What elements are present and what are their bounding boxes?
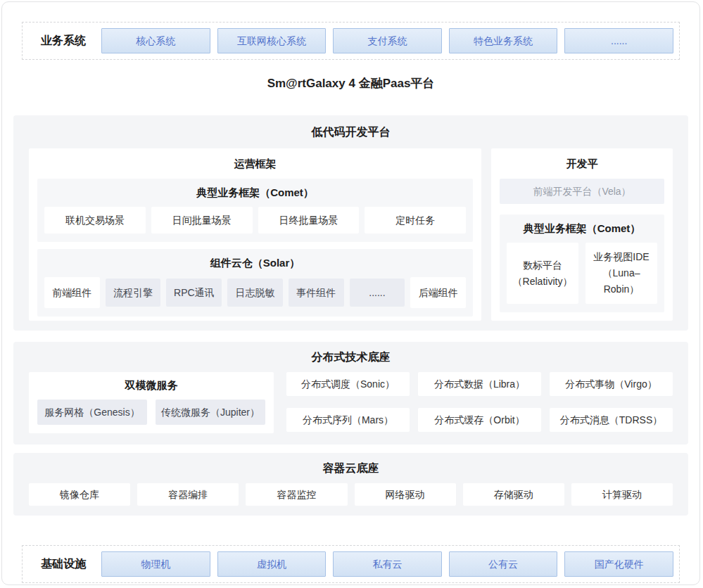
business-system-payment: 支付系统: [333, 28, 442, 53]
infrastructure-row: 基础设施 物理机 虚拟机 私有云 公有云 国产化硬件: [22, 545, 680, 583]
cloud-item-network-driver: 网络驱动: [355, 483, 456, 506]
architecture-diagram: 业务系统 核心系统 互联网核心系统 支付系统 特色业务系统 ...... Sm@…: [1, 1, 700, 585]
dist-item-virgo: 分布式事物（Virgo）: [550, 372, 673, 396]
infra-item-domestic-hardware: 国产化硬件: [564, 551, 673, 577]
solar-warehouse-panel: 组件云仓（Solar） 前端组件 流程引擎 RPC通讯 日志脱敏 事件组件 ..…: [37, 249, 473, 317]
distributed-base-title: 分布式技术底座: [29, 350, 673, 365]
operation-framework-title: 运营框架: [37, 148, 473, 179]
cloud-item-monitoring: 容器监控: [246, 483, 347, 506]
cloud-item-compute-driver: 计算驱动: [571, 483, 673, 506]
business-systems-label: 业务系统: [28, 34, 99, 49]
solar-chip-process-engine: 流程引擎: [106, 279, 161, 307]
container-cloud-section: 容器云底座 镜像仓库 容器编排 容器监控 网络驱动 存储驱动 计算驱动: [13, 453, 688, 516]
dev-platform-title: 开发平: [500, 148, 664, 179]
solar-chip-log-masking: 日志脱敏: [227, 279, 283, 307]
solar-warehouse-title: 组件云仓（Solar）: [44, 249, 466, 277]
dev-item-luna-robin-line1: 业务视图IDE: [585, 249, 657, 265]
dual-chip-jupiter: 传统微服务（Jupiter）: [156, 400, 265, 425]
dual-mode-microservice-card: 双模微服务 服务网格（Genesis） 传统微服务（Jupiter）: [29, 372, 274, 433]
dist-item-sonic: 分布式调度（Sonic）: [286, 372, 410, 396]
business-system-internet-core: 互联网核心系统: [217, 28, 327, 53]
business-system-core: 核心系统: [101, 28, 210, 53]
business-systems-row: 业务系统 核心系统 互联网核心系统 支付系统 特色业务系统 ......: [22, 22, 680, 60]
comet-item-endofday-batch: 日终批量场景: [258, 207, 360, 234]
business-system-more: ......: [564, 28, 673, 53]
lowcode-platform-section: 低代码开发平台 运营框架 典型业务框架（Comet） 联机交易场景 日间批量场景…: [13, 115, 688, 331]
comet-framework-panel: 典型业务框架（Comet） 联机交易场景 日间批量场景 日终批量场景 定时任务: [37, 179, 473, 242]
dual-chip-genesis: 服务网格（Genesis）: [37, 400, 147, 425]
dev-item-relativity-line2: （Relativity）: [507, 274, 578, 290]
dual-mode-title: 双模微服务: [37, 372, 265, 400]
operation-framework-card: 运营框架 典型业务框架（Comet） 联机交易场景 日间批量场景 日终批量场景 …: [29, 148, 481, 321]
page-title: Sm@rtGalaxy 4 金融Paas平台: [2, 75, 699, 91]
solar-chip-event-components: 事件组件: [289, 279, 344, 307]
infra-item-physical-machine: 物理机: [101, 551, 210, 577]
cloud-item-orchestration: 容器编排: [137, 483, 239, 506]
solar-chip-rpc: RPC通讯: [166, 279, 222, 307]
infrastructure-items: 物理机 虚拟机 私有云 公有云 国产化硬件: [101, 551, 673, 577]
comet-item-scheduled-task: 定时任务: [365, 207, 466, 234]
lowcode-platform-title: 低代码开发平台: [29, 125, 673, 140]
infra-item-public-cloud: 公有云: [449, 551, 558, 577]
solar-chip-more: ......: [350, 279, 405, 307]
business-systems-items: 核心系统 互联网核心系统 支付系统 特色业务系统 ......: [101, 28, 673, 53]
infra-item-private-cloud: 私有云: [333, 551, 442, 577]
distributed-base-section: 分布式技术底座 双模微服务 服务网格（Genesis） 传统微服务（Jupite…: [13, 342, 688, 445]
infra-item-virtual-machine: 虚拟机: [217, 551, 327, 577]
solar-item-backend-components: 后端组件: [410, 277, 466, 308]
dist-item-mars: 分布式序列（Mars）: [286, 408, 410, 432]
cloud-item-image-registry: 镜像仓库: [29, 483, 130, 506]
comet-framework-title: 典型业务框架（Comet）: [44, 179, 466, 207]
cloud-item-storage-driver: 存储驱动: [463, 483, 564, 506]
dist-item-orbit: 分布式缓存（Orbit）: [418, 408, 541, 432]
vela-frontend-platform: 前端开发平台（Vela）: [500, 179, 664, 204]
dev-item-luna-robin: 业务视图IDE （Luna–Robin）: [585, 243, 657, 304]
dev-comet-title: 典型业务框架（Comet）: [507, 215, 657, 243]
solar-item-frontend-components: 前端组件: [44, 277, 100, 308]
comet-item-daytime-batch: 日间批量场景: [151, 207, 253, 234]
business-system-special: 特色业务系统: [449, 28, 558, 53]
infrastructure-label: 基础设施: [28, 557, 99, 572]
dev-comet-panel: 典型业务框架（Comet） 数标平台 （Relativity） 业务视图IDE …: [500, 215, 664, 312]
container-cloud-title: 容器云底座: [29, 461, 673, 476]
dev-item-luna-robin-line2: （Luna–Robin）: [585, 265, 657, 298]
dev-platform-card: 开发平 前端开发平台（Vela） 典型业务框架（Comet） 数标平台 （Rel…: [491, 148, 673, 321]
dist-item-libra: 分布式数据（Libra）: [418, 372, 541, 396]
dev-item-relativity: 数标平台 （Relativity）: [507, 243, 578, 304]
dev-item-relativity-line1: 数标平台: [507, 257, 578, 274]
dist-item-tdrss: 分布式消息（TDRSS）: [550, 408, 673, 432]
comet-item-online-trading: 联机交易场景: [44, 207, 146, 234]
distributed-items-grid: 分布式调度（Sonic） 分布式数据（Libra） 分布式事物（Virgo） 分…: [286, 372, 673, 433]
